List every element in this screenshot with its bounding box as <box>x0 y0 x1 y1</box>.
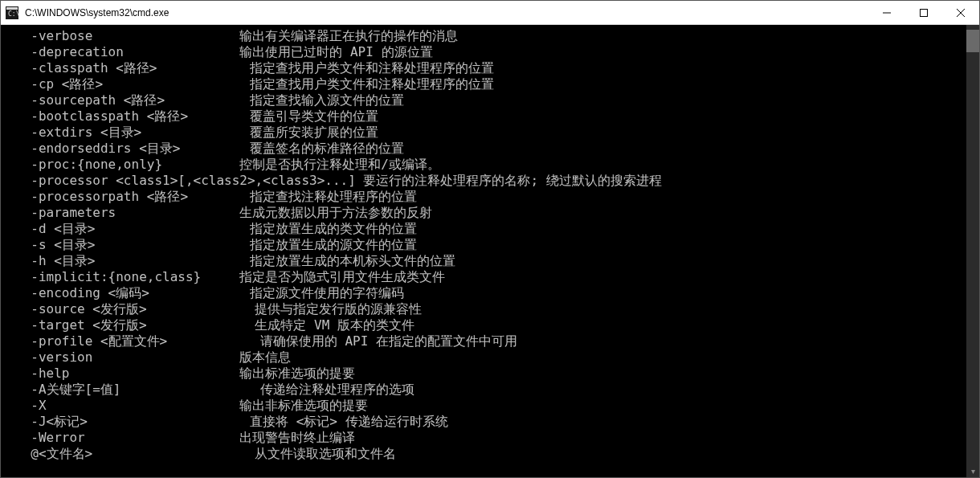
vertical-scrollbar[interactable]: ▾ <box>966 25 979 477</box>
window-title: C:\WINDOWS\system32\cmd.exe <box>23 7 868 18</box>
console-area[interactable]: -verbose 输出有关编译器正在执行的操作的消息 -deprecation … <box>1 25 979 477</box>
svg-text:C:\: C:\ <box>8 10 18 18</box>
scroll-thumb[interactable] <box>966 30 979 52</box>
titlebar: C:\ C:\WINDOWS\system32\cmd.exe <box>1 1 979 25</box>
cmd-icon: C:\ <box>6 6 18 19</box>
svg-rect-4 <box>921 9 928 16</box>
window-controls <box>868 1 979 24</box>
cmd-window: C:\ C:\WINDOWS\system32\cmd.exe -verbose… <box>0 0 980 478</box>
close-button[interactable] <box>942 1 979 24</box>
console-output: -verbose 输出有关编译器正在执行的操作的消息 -deprecation … <box>1 25 966 477</box>
svg-rect-1 <box>6 7 18 10</box>
scroll-down-arrow-icon[interactable]: ▾ <box>966 464 979 477</box>
minimize-button[interactable] <box>868 1 905 24</box>
maximize-button[interactable] <box>905 1 942 24</box>
